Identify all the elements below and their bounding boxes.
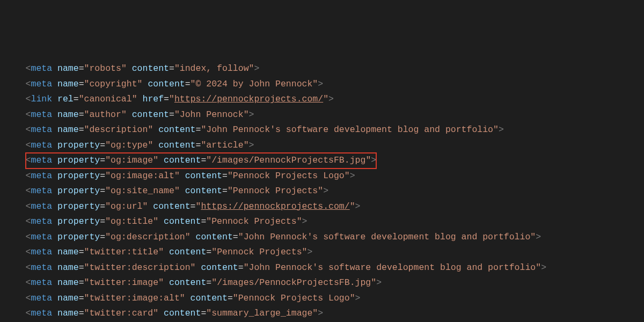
tag-name: meta	[31, 262, 53, 273]
attr-name: content	[132, 109, 169, 120]
attr-value: John Pennock's software development blog…	[206, 125, 493, 135]
attr-value: description	[89, 125, 148, 135]
attr-value: Pennock Projects Logo	[233, 171, 345, 181]
attr-value: © 2024 by John Pennock	[196, 79, 313, 89]
tag-name: meta	[31, 186, 53, 196]
attr-name: content	[153, 201, 190, 211]
attr-value: canonical	[84, 94, 132, 104]
attr-value: og:site_name	[111, 186, 174, 196]
attr-name: content	[185, 186, 222, 196]
tag-name: meta	[31, 171, 53, 181]
attr-value: og:url	[111, 201, 142, 211]
attr-name: property	[57, 216, 100, 226]
highlighted-line: <meta property="og:image" content="/imag…	[26, 153, 377, 169]
attr-name: content	[169, 247, 206, 257]
tag-name: meta	[31, 140, 53, 150]
attr-value: /images/PennockProjectsFB.jpg	[217, 277, 371, 288]
code-line[interactable]: <meta property="og:description" content=…	[0, 230, 644, 245]
attr-name: name	[57, 277, 79, 288]
attr-name: property	[57, 201, 100, 211]
attr-name: name	[57, 308, 79, 318]
tag-name: meta	[31, 201, 53, 211]
attr-name: href	[143, 94, 164, 104]
attr-url-value: https://pennockprojects.com/	[174, 94, 323, 104]
attr-name: property	[57, 155, 100, 165]
attr-name: content	[158, 140, 195, 150]
code-line[interactable]: <meta property="og:title" content="Penno…	[0, 214, 644, 230]
attr-value: og:image:alt	[111, 171, 174, 181]
tag-name: meta	[31, 293, 53, 303]
attr-name: content	[148, 79, 185, 89]
attr-value: Pennock Projects	[217, 247, 302, 257]
attr-name: name	[57, 262, 79, 273]
tag-name: meta	[31, 109, 53, 120]
attr-name: content	[132, 63, 169, 74]
tag-name: meta	[31, 155, 53, 165]
attr-name: content	[164, 155, 201, 165]
attr-name: name	[57, 79, 79, 89]
code-line[interactable]: <meta property="og:site_name" content="P…	[0, 184, 644, 199]
attr-name: content	[158, 125, 195, 135]
attr-url-value: https://pennockprojects.com/	[201, 201, 349, 211]
attr-value: twitter:card	[89, 308, 153, 318]
attr-value: twitter:image:alt	[89, 293, 179, 303]
code-line[interactable]: <meta property="og:image:alt" content="P…	[0, 169, 644, 184]
attr-value: Pennock Projects	[211, 216, 296, 226]
tag-name: meta	[31, 308, 53, 318]
attr-value: John Pennock's software development blog…	[244, 232, 531, 242]
attr-value: og:type	[111, 140, 148, 150]
code-line[interactable]: <meta name="copyright" content="© 2024 b…	[0, 77, 644, 92]
attr-name: content	[169, 277, 206, 288]
code-line[interactable]: <meta name="twitter:image:alt" content="…	[0, 291, 644, 306]
attr-value: article	[206, 140, 243, 150]
attr-value: John Pennock	[180, 109, 244, 120]
attr-name: content	[185, 171, 222, 181]
code-editor[interactable]: <meta name="robots" content="index, foll…	[0, 61, 644, 322]
attr-value: Pennock Projects Logo	[238, 293, 350, 303]
attr-value: og:image	[111, 155, 153, 165]
code-line[interactable]: <meta property="og:url" content="https:/…	[0, 199, 644, 215]
attr-value: Pennock Projects	[233, 186, 318, 196]
attr-name: property	[57, 171, 100, 181]
attr-name: property	[57, 186, 100, 196]
attr-value: twitter:title	[89, 247, 158, 257]
tag-name: meta	[31, 247, 53, 257]
attr-value: /images/PennockProjectsFB.jpg	[211, 155, 365, 165]
attr-name: property	[57, 232, 100, 242]
attr-value: author	[89, 109, 121, 120]
code-line[interactable]: <meta name="author" content="John Pennoc…	[0, 107, 644, 123]
attr-name: content	[201, 262, 238, 273]
code-line[interactable]: <meta name="twitter:image" content="/ima…	[0, 275, 644, 291]
code-line[interactable]: <meta name="twitter:description" content…	[0, 260, 644, 276]
code-line[interactable]: <link rel="canonical" href="https://penn…	[0, 92, 644, 107]
tag-name: meta	[31, 79, 53, 89]
code-line[interactable]: <meta name="description" content="John P…	[0, 122, 644, 138]
attr-name: content	[196, 232, 233, 242]
attr-name: content	[164, 308, 201, 318]
attr-name: name	[57, 293, 79, 303]
attr-name: name	[57, 247, 79, 257]
code-line[interactable]: <meta name="twitter:title" content="Penn…	[0, 245, 644, 260]
tag-name: meta	[31, 125, 53, 135]
attr-value: index, follow	[180, 63, 249, 74]
tag-name: meta	[31, 232, 53, 242]
tag-name: link	[31, 94, 53, 104]
tag-name: meta	[31, 216, 53, 226]
attr-value: copyright	[89, 79, 137, 89]
tag-name: meta	[31, 63, 53, 74]
attr-value: John Pennock's software development blog…	[249, 262, 536, 273]
attr-value: twitter:description	[89, 262, 190, 273]
code-line[interactable]: <meta property="og:type" content="articl…	[0, 138, 644, 153]
code-line[interactable]: <meta name="twitter:card" content="summa…	[0, 306, 644, 321]
attr-name: name	[57, 109, 79, 120]
attr-name: rel	[57, 94, 74, 104]
attr-name: property	[57, 140, 100, 150]
attr-name: content	[191, 293, 228, 303]
attr-value: twitter:image	[89, 277, 158, 288]
tag-name: meta	[31, 277, 53, 288]
attr-name: name	[57, 63, 79, 74]
attr-name: content	[164, 216, 201, 226]
attr-value: og:description	[111, 232, 185, 242]
code-line[interactable]: <meta property="og:image" content="/imag…	[0, 153, 644, 169]
code-line[interactable]: <meta name="robots" content="index, foll…	[0, 61, 644, 77]
